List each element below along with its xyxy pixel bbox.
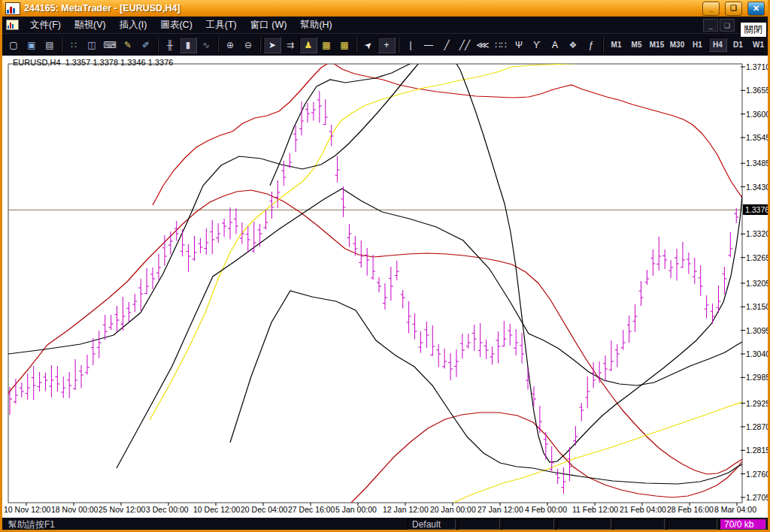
- cycle-lines-button[interactable]: ϒ: [528, 37, 546, 53]
- timeframe-m30[interactable]: M30: [668, 38, 687, 52]
- menu-item-0[interactable]: 文件(F): [23, 17, 68, 34]
- vertical-line-icon: |: [409, 40, 411, 50]
- cycle-lines-icon: ϒ: [533, 40, 540, 50]
- price-axis-label: 1.3485: [746, 159, 768, 168]
- vertical-line-button[interactable]: |: [402, 37, 420, 53]
- timeframe-m15[interactable]: M15: [647, 38, 666, 52]
- menu-item-6[interactable]: 幫助(H): [293, 17, 338, 34]
- print-icon: ▤: [45, 40, 53, 50]
- chart-area[interactable]: EURUSD,H4 1.3357 1.3378 1.3346 1.3376 1.…: [2, 56, 768, 518]
- time-axis-label: 25 Nov 12:00: [99, 505, 145, 514]
- crosshair-button[interactable]: +: [377, 37, 396, 53]
- menu-item-5[interactable]: 窗口 (W): [244, 17, 294, 34]
- expert-advisors-icon: ♟: [305, 40, 313, 50]
- price-axis-label: 1.2815: [746, 446, 768, 455]
- minimize-button[interactable]: _: [702, 2, 720, 16]
- navigator-icon: ◫: [87, 40, 95, 50]
- menu-item-3[interactable]: 圖表(C): [153, 17, 199, 34]
- menu-bar: 文件(F)顯視(V)插入(I)圖表(C)工具(T)窗口 (W)幫助(H) _ ❏: [2, 17, 768, 33]
- time-axis-label: 28 Feb 16:00: [667, 505, 714, 514]
- chart-shift-button[interactable]: ⇉: [281, 37, 299, 53]
- time-axis-label: 27 Dec 16:00: [288, 505, 335, 514]
- navigator-button[interactable]: ◫: [83, 37, 101, 53]
- toolbar-separator: [356, 38, 357, 53]
- chart-window-b-button[interactable]: ▦: [335, 37, 353, 53]
- status-panel-5: [667, 518, 717, 530]
- expert-advisors-button[interactable]: ♟: [299, 37, 317, 53]
- status-bar: 幫助請按F1 Default 70/0 kb: [2, 518, 768, 530]
- mdi-restore-button[interactable]: ❏: [720, 19, 735, 32]
- menu-item-4[interactable]: 工具(T): [199, 17, 244, 34]
- trendline-icon: ╱: [444, 40, 449, 50]
- time-axis-label: 8 Mar 04:00: [714, 505, 756, 514]
- indicators-button[interactable]: ƒ: [582, 37, 600, 53]
- timeframe-m5[interactable]: M5: [627, 38, 646, 52]
- timeframe-m1[interactable]: M1: [607, 38, 626, 52]
- fibonacci-retracement-button[interactable]: ⋘: [474, 37, 492, 53]
- time-axis-label: 11 Feb 12:00: [572, 505, 618, 514]
- horizontal-line-icon: —: [424, 40, 433, 50]
- line-chart-button[interactable]: ∿: [197, 37, 215, 53]
- grid-icon: ∷∷: [495, 40, 506, 50]
- mdi-minimize-button[interactable]: _: [703, 19, 718, 32]
- print-button[interactable]: ▤: [41, 37, 59, 53]
- time-axis-label: 12 Jan 12:00: [383, 505, 429, 514]
- chart-window-b-icon: ▦: [340, 40, 348, 50]
- timeframe-d1[interactable]: D1: [729, 38, 747, 52]
- restore-button[interactable]: ❏: [725, 2, 742, 16]
- andrews-pitchfork-button[interactable]: Ψ: [510, 37, 528, 53]
- zoom-in-button[interactable]: ⊕: [221, 37, 239, 53]
- candlestick-chart-icon: ▮: [186, 40, 191, 50]
- trendline-button[interactable]: ╱: [438, 37, 456, 53]
- price-axis-label: 1.3095: [746, 326, 768, 335]
- new-order-button[interactable]: ✎: [119, 37, 137, 53]
- price-chart-canvas[interactable]: [2, 56, 768, 518]
- time-axis-label: 10 Dec 12:00: [193, 505, 240, 514]
- bar-chart-button[interactable]: ╫: [161, 37, 179, 53]
- terminal-button[interactable]: ⌨: [101, 37, 119, 53]
- arrow-objects-icon: ❖: [569, 40, 578, 50]
- time-axis-label: 20 Jan 00:00: [430, 505, 476, 514]
- timeframe-w1[interactable]: W1: [749, 38, 768, 52]
- window-title: 244165: MetaTrader - [EURUSD,H4]: [24, 3, 697, 14]
- price-axis-label: 1.3545: [746, 133, 768, 142]
- price-axis-label: 1.3710: [746, 62, 768, 71]
- toolbar-separator: [61, 38, 62, 53]
- close-button[interactable]: ✕: [747, 2, 765, 16]
- grid-button[interactable]: ∷∷: [492, 37, 510, 53]
- time-axis-label: 10 Nov 12:00: [4, 505, 50, 514]
- fibonacci-retracement-icon: ⋘: [476, 40, 489, 50]
- chart-window-a-button[interactable]: ▦: [317, 37, 335, 53]
- ohlc-label: EURUSD,H4 1.3357 1.3378 1.3346 1.3376: [13, 58, 173, 67]
- arrow-objects-button[interactable]: ❖: [564, 37, 582, 53]
- new-order-icon: ✎: [124, 40, 132, 50]
- status-help-text: 幫助請按F1: [4, 518, 405, 530]
- time-axis-label: 20 Dec 04:00: [241, 505, 287, 514]
- price-axis-label: 1.3600: [746, 110, 768, 119]
- chart-window-a-icon: ▦: [322, 40, 330, 50]
- status-panel-3: [556, 518, 611, 530]
- candlestick-chart-button[interactable]: ▮: [179, 37, 197, 53]
- cursor-button[interactable]: ➤: [359, 37, 377, 53]
- toolbar: ▢▣▤∷◫⌨✎✐╫▮∿⊕⊖➤⇉♟▦▦➤+|—╱╱╱⋘∷∷ΨϒA❖ƒ M1M5M1…: [2, 33, 768, 56]
- chart-mdi-icon[interactable]: [6, 20, 19, 30]
- zoom-out-button[interactable]: ⊖: [239, 37, 257, 53]
- timeframe-h4[interactable]: H4: [708, 38, 727, 52]
- horizontal-line-button[interactable]: —: [420, 37, 438, 53]
- menu-item-1[interactable]: 顯視(V): [68, 17, 113, 34]
- equidistant-channel-button[interactable]: ╱╱: [456, 37, 474, 53]
- timeframe-h1[interactable]: H1: [688, 38, 707, 52]
- market-watch-button[interactable]: ∷: [65, 37, 83, 53]
- toolbar-separator: [157, 38, 159, 53]
- mdi-window-controls: _ ❏: [703, 19, 735, 32]
- menu-item-2[interactable]: 插入(I): [113, 17, 154, 34]
- status-panel-2: [502, 518, 554, 530]
- profiles-button[interactable]: ▣: [23, 37, 41, 53]
- status-panel-0: Default: [408, 518, 456, 530]
- metaeditor-button[interactable]: ✐: [137, 37, 155, 53]
- text-label-button[interactable]: A: [546, 37, 564, 53]
- price-axis-label: 1.2925: [746, 399, 768, 408]
- new-chart-button[interactable]: ▢: [5, 37, 23, 53]
- status-traffic: 70/0 kb: [720, 518, 766, 530]
- auto-scroll-button[interactable]: ➤: [263, 37, 281, 53]
